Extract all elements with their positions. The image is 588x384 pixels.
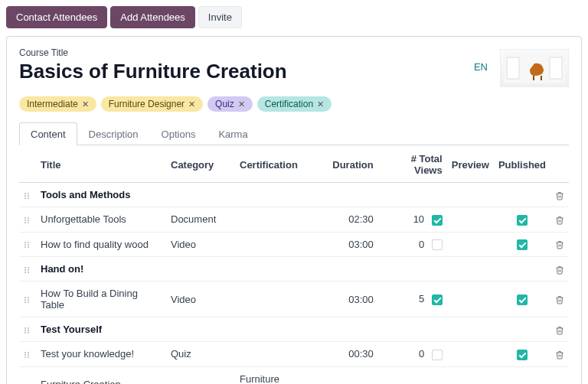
published-checkbox[interactable] <box>517 295 528 305</box>
svg-rect-4 <box>541 76 542 80</box>
svg-point-32 <box>28 299 29 301</box>
col-certification: Certification <box>235 145 325 183</box>
tab-description[interactable]: Description <box>77 122 150 145</box>
tag-label: Furniture Designer <box>109 99 185 109</box>
cell-preview <box>447 281 494 317</box>
svg-point-17 <box>24 242 26 243</box>
content-row: Furniture Creation CertificationCertific… <box>19 366 569 384</box>
svg-rect-1 <box>507 57 519 79</box>
section-title[interactable]: Test Yourself <box>36 317 550 342</box>
svg-point-24 <box>28 267 29 268</box>
add-attendees-button[interactable]: Add Attendees <box>110 6 195 28</box>
close-icon[interactable]: ✕ <box>188 99 195 109</box>
published-checkbox[interactable] <box>517 350 528 360</box>
tag[interactable]: Furniture Designer✕ <box>101 96 203 112</box>
trash-icon[interactable] <box>550 281 569 317</box>
language-badge[interactable]: EN <box>474 47 488 73</box>
svg-rect-2 <box>550 57 562 79</box>
section-title[interactable]: Tools and Methods <box>36 183 550 207</box>
drag-handle-icon[interactable] <box>19 257 36 281</box>
preview-checkbox[interactable] <box>432 295 443 305</box>
drag-handle-icon[interactable] <box>19 317 36 342</box>
svg-point-45 <box>24 356 26 358</box>
tag[interactable]: Quiz✕ <box>207 96 253 112</box>
preview-checkbox[interactable] <box>432 215 443 226</box>
svg-point-31 <box>24 299 26 301</box>
published-checkbox[interactable] <box>517 239 528 250</box>
contact-attendees-button[interactable]: Contact Attendees <box>6 6 107 28</box>
tab-options[interactable]: Options <box>150 122 207 145</box>
drag-handle-icon[interactable] <box>19 207 36 233</box>
cell-certification <box>235 232 325 257</box>
trash-icon[interactable] <box>550 317 569 342</box>
cell-published <box>494 281 550 317</box>
col-preview: Preview <box>447 145 494 183</box>
trash-icon[interactable] <box>550 183 569 207</box>
cell-certification: Furniture Creation Certification <box>235 366 325 384</box>
trash-icon[interactable] <box>550 342 569 367</box>
cell-published <box>494 366 550 384</box>
cell-title[interactable]: Furniture Creation Certification <box>36 366 166 384</box>
svg-point-11 <box>24 217 26 219</box>
cell-title[interactable]: Unforgettable Tools <box>36 207 166 233</box>
cell-title[interactable]: How To Build a Dining Table <box>36 281 166 317</box>
cell-preview <box>447 366 494 384</box>
content-table: Title Category Certification Duration # … <box>19 145 569 384</box>
svg-point-37 <box>24 330 26 331</box>
published-checkbox[interactable] <box>517 215 528 226</box>
cell-title[interactable]: How to find quality wood <box>36 232 166 257</box>
trash-icon[interactable] <box>550 257 569 281</box>
cell-certification <box>235 207 325 233</box>
preview-checkbox[interactable] <box>432 350 443 360</box>
content-row: Unforgettable ToolsDocument02:3010 <box>19 207 569 233</box>
cell-category: Document <box>166 207 235 233</box>
svg-point-28 <box>28 272 29 273</box>
tab-karma[interactable]: Karma <box>207 122 259 145</box>
course-title[interactable]: Basics of Furniture Creation <box>19 60 462 83</box>
drag-handle-icon[interactable] <box>19 366 36 384</box>
tag[interactable]: Certification✕ <box>257 96 332 112</box>
close-icon[interactable]: ✕ <box>317 99 324 109</box>
cell-views: 0 <box>378 366 447 384</box>
close-icon[interactable]: ✕ <box>82 99 89 109</box>
cell-duration: 03:00 <box>325 281 378 317</box>
drag-handle-icon[interactable] <box>19 281 36 317</box>
svg-point-39 <box>24 332 26 334</box>
section-title[interactable]: Hand on! <box>36 257 550 281</box>
cell-preview <box>447 207 494 233</box>
svg-point-29 <box>24 297 26 298</box>
drag-handle-icon[interactable] <box>19 342 36 367</box>
drag-handle-icon[interactable] <box>19 232 36 257</box>
svg-point-44 <box>28 354 29 356</box>
trash-icon[interactable] <box>550 366 569 384</box>
svg-point-23 <box>24 267 26 268</box>
drag-handle-icon[interactable] <box>19 183 36 207</box>
col-published: Published <box>494 145 550 183</box>
cell-certification <box>235 281 325 317</box>
svg-point-42 <box>28 352 29 353</box>
tab-content[interactable]: Content <box>19 122 77 145</box>
section-row: Hand on! <box>19 257 569 281</box>
svg-point-19 <box>24 244 26 246</box>
cell-views: 10 <box>378 207 447 233</box>
invite-button[interactable]: Invite <box>198 6 242 28</box>
col-title: Title <box>36 145 166 183</box>
course-thumbnail[interactable] <box>500 49 569 87</box>
svg-point-27 <box>24 272 26 273</box>
trash-icon[interactable] <box>550 207 569 233</box>
cell-preview <box>447 342 494 367</box>
cell-category: Quiz <box>166 342 235 367</box>
close-icon[interactable]: ✕ <box>238 99 245 109</box>
cell-title[interactable]: Test your knowledge! <box>36 342 166 367</box>
cell-published <box>494 207 550 233</box>
content-row: How To Build a Dining TableVideo03:005 <box>19 281 569 317</box>
trash-icon[interactable] <box>550 232 569 257</box>
tag[interactable]: Intermediate✕ <box>19 96 96 112</box>
svg-point-21 <box>24 246 26 248</box>
preview-checkbox[interactable] <box>432 239 443 250</box>
svg-point-8 <box>28 195 29 197</box>
svg-point-10 <box>28 197 29 199</box>
cell-duration: 00:00 <box>325 366 378 384</box>
tag-label: Intermediate <box>27 99 78 109</box>
tag-label: Certification <box>265 99 313 109</box>
